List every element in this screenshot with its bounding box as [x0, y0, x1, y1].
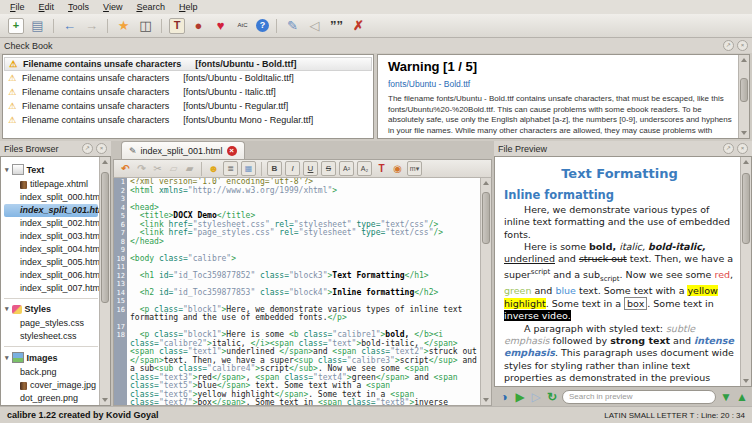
scroll-thumb[interactable] [742, 173, 750, 244]
menu-tools[interactable]: Tools [62, 1, 97, 13]
line-number: 7 [114, 229, 127, 238]
wand-icon[interactable]: ★ [115, 17, 132, 34]
menu-edit[interactable]: Edit [33, 1, 63, 13]
menu-search[interactable]: Search [130, 1, 173, 13]
new-file-icon[interactable]: + [8, 18, 24, 34]
tab-index-split-001[interactable]: ✎ index_split_001.html × [121, 141, 245, 159]
menu-view[interactable]: View [97, 1, 130, 13]
file-item[interactable]: dot_green.png [4, 392, 98, 405]
file-item[interactable]: index_split_001.html [4, 204, 98, 217]
float-button[interactable]: ↗ [723, 40, 734, 51]
check-result-row[interactable]: ⚠Filename contains unsafe characters[fon… [4, 99, 372, 113]
superscript-icon[interactable]: A² [339, 161, 354, 176]
scroll-down-arrow[interactable] [743, 379, 749, 383]
float-button[interactable]: ↗ [82, 143, 93, 154]
scroll-thumb[interactable] [740, 78, 748, 102]
find-previous-icon[interactable]: ▲ [735, 390, 749, 404]
float-button[interactable]: ↗ [723, 143, 734, 154]
back-icon[interactable]: ← [61, 17, 78, 34]
spellcheck-icon[interactable]: AtC [234, 17, 251, 34]
speaker-icon[interactable]: ◁ [306, 17, 323, 34]
arrange-icon[interactable]: ✎ [284, 17, 301, 34]
menu-file[interactable]: File [4, 1, 33, 13]
scroll-thumb[interactable] [101, 172, 109, 303]
file-item[interactable]: index_split_000.html [4, 191, 98, 204]
change-case-icon[interactable]: m▾ [407, 161, 422, 176]
warning-scrollbar[interactable] [738, 55, 749, 138]
code-token: </head> [130, 237, 164, 246]
warning-file-link[interactable]: fonts/Ubuntu - Bold.ttf [388, 79, 733, 89]
scroll-up-arrow[interactable] [741, 58, 747, 62]
refresh-preview-icon[interactable]: ↻ [545, 390, 559, 404]
help-icon[interactable]: ? [256, 19, 269, 32]
check-result-row[interactable]: ⚠Filename contains unsafe characters[fon… [4, 57, 372, 71]
files-scrollbar[interactable] [99, 157, 110, 405]
find-next-icon[interactable]: ▼ [719, 390, 733, 404]
file-item[interactable]: stylesheet.css [4, 330, 98, 343]
archive-icon[interactable]: ◫ [137, 17, 154, 34]
bold-icon[interactable]: B [267, 161, 282, 176]
scroll-up-arrow[interactable] [102, 160, 108, 164]
subscript-icon[interactable]: A₂ [357, 161, 372, 176]
preview-scrollbar[interactable] [740, 157, 751, 386]
italic-icon[interactable]: I [285, 161, 300, 176]
file-item[interactable]: index_split_005.html [4, 256, 98, 269]
file-item[interactable]: titlepage.xhtml [4, 178, 98, 191]
forward-icon[interactable]: → [83, 17, 100, 34]
text-run: underlined [504, 253, 555, 264]
check-result-row[interactable]: ⚠Filename contains unsafe characters[fon… [4, 113, 372, 127]
scroll-up-arrow[interactable] [483, 181, 489, 185]
check-list[interactable]: ⚠Filename contains unsafe characters[fon… [2, 54, 374, 139]
embed-fonts-icon[interactable]: T [169, 18, 185, 34]
strikethrough-icon[interactable]: S [321, 161, 336, 176]
save-icon[interactable]: ▤ [29, 17, 46, 34]
background-color-icon[interactable]: ◉ [391, 162, 404, 175]
undo-icon[interactable]: ↶ [119, 162, 132, 175]
scroll-down-arrow[interactable] [483, 398, 489, 402]
redo-icon[interactable]: ↷ [135, 162, 148, 175]
menu-help[interactable]: Help [173, 1, 206, 13]
scroll-down-arrow[interactable] [102, 398, 108, 402]
preview-search-input[interactable] [562, 390, 716, 404]
file-item[interactable]: index_split_003.html [4, 230, 98, 243]
insert-image-icon[interactable]: ▦ [241, 161, 256, 176]
tree-section-text[interactable]: ▾Text [4, 159, 98, 178]
tree-section-images[interactable]: ▾Images [4, 346, 98, 366]
check-book-icon[interactable]: ● [190, 17, 207, 34]
tree-section-styles[interactable]: ▾Styles [4, 298, 98, 317]
file-item[interactable]: index_split_002.html [4, 217, 98, 230]
code-content: <link href="page_styles.css" rel="styles… [127, 229, 481, 238]
open-in-viewer-icon[interactable]: ◑ [497, 390, 511, 404]
file-item[interactable]: index_split_007.html [4, 282, 98, 295]
donate-icon[interactable]: ♥ [212, 17, 229, 34]
copy-icon[interactable]: ▱ [167, 162, 180, 175]
scroll-down-arrow[interactable] [741, 131, 747, 135]
file-item[interactable]: cover_image.jpg [4, 379, 98, 392]
smarten-punctuation-icon[interactable]: ”” [328, 17, 345, 34]
file-item[interactable]: page_styles.css [4, 317, 98, 330]
text-color-icon[interactable]: T [375, 162, 388, 175]
cut-icon[interactable]: ✂ [151, 162, 164, 175]
file-tree[interactable]: ▾Texttitlepage.xhtmlindex_split_000.html… [0, 156, 111, 406]
paste-icon[interactable]: ▰ [183, 162, 196, 175]
code-editor[interactable]: 1<?xml version='1.0' encoding='utf-8'?>2… [113, 178, 492, 406]
file-item[interactable]: index_split_006.html [4, 269, 98, 282]
scroll-thumb[interactable] [482, 192, 490, 244]
auto-reload-icon[interactable]: ▶ [513, 390, 527, 404]
underline-icon[interactable]: U [303, 161, 318, 176]
check-result-row[interactable]: ⚠Filename contains unsafe characters[fon… [4, 71, 372, 85]
close-button[interactable]: × [96, 143, 107, 154]
close-button[interactable]: × [737, 143, 748, 154]
editor-scrollbar[interactable] [480, 178, 491, 405]
remove-unused-css-icon[interactable]: ✗ [350, 17, 367, 34]
block-style-icon[interactable]: ≣ [223, 161, 238, 176]
check-result-row[interactable]: ⚠Filename contains unsafe characters[fon… [4, 85, 372, 99]
close-button[interactable]: × [737, 40, 748, 51]
insert-special-character-icon[interactable]: ☻ [207, 162, 220, 175]
file-item[interactable]: back.png [4, 366, 98, 379]
scroll-up-arrow[interactable] [743, 160, 749, 164]
sync-position-icon[interactable]: ▷ [529, 390, 543, 404]
tab-close-button[interactable]: × [227, 146, 237, 156]
code-token: box [197, 398, 211, 406]
file-item[interactable]: index_split_004.html [4, 243, 98, 256]
